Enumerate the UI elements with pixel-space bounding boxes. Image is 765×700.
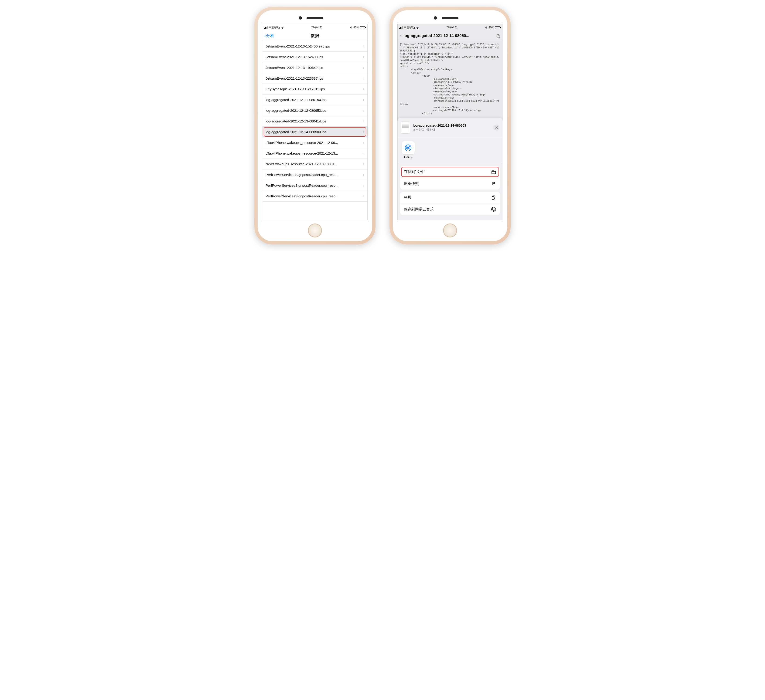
nav-bar: ‹ 分析 数据 [262, 31, 368, 41]
screen-right: 中国移动 下午4:51 ⊙ 80% ‹ log-aggregated-2021-… [397, 24, 503, 220]
action-label: 保存到网易云音乐 [404, 207, 434, 212]
chevron-right-icon: › [363, 140, 364, 145]
list-item[interactable]: log-aggregated-2021-12-13-080414.ips› [262, 116, 368, 127]
back-button[interactable]: ‹ 分析 [264, 33, 274, 38]
airdrop-label: AirDrop [401, 156, 416, 159]
list-item-label: KeySyncTopic-2021-12-11-212019.ips [266, 87, 363, 91]
close-button[interactable]: ✕ [493, 124, 499, 130]
list-item[interactable]: PerfPowerServicesSignpostReader.cpu_reso… [262, 191, 368, 202]
action-label: 网页快照 [404, 181, 419, 186]
list-item[interactable]: JetsamEvent-2021-12-13-223337.ips› [262, 73, 368, 84]
nav-bar: ‹ log-aggregated-2021-12-14-08050... [397, 31, 503, 41]
list-item-label: PerfPowerServicesSignpostReader.cpu_reso… [266, 173, 363, 177]
status-time: 下午4:51 [312, 26, 323, 30]
list-item-label: LTao4iPhone.wakeups_resource-2021-12-13.… [266, 151, 363, 155]
front-camera [299, 16, 302, 20]
wifi-icon [416, 26, 419, 29]
home-button[interactable] [308, 223, 322, 237]
share-sheet: log-aggregated-2021-12-14-080503 文本文稿 · … [397, 118, 503, 220]
carrier-label: 中国移动 [269, 26, 280, 30]
back-label: 分析 [266, 33, 274, 38]
status-time: 下午4:51 [447, 26, 458, 30]
chevron-right-icon: › [363, 172, 364, 177]
close-icon: ✕ [495, 126, 498, 130]
phone-right: 中国移动 下午4:51 ⊙ 80% ‹ log-aggregated-2021-… [389, 7, 511, 245]
action-label: 拷贝 [404, 195, 411, 200]
list-item[interactable]: LTao4iPhone.wakeups_resource-2021-12-13.… [262, 148, 368, 159]
list-item-label: log-aggregated-2021-12-12-080653.ips [266, 108, 363, 113]
log-text[interactable]: {"timestamp":"2021-12-14 08:05:03.16 +08… [397, 41, 503, 117]
chevron-right-icon: › [363, 183, 364, 188]
orientation-lock-icon: ⊙ [485, 26, 488, 29]
chevron-right-icon: › [363, 129, 364, 134]
chevron-right-icon: › [363, 44, 364, 49]
folder-icon [491, 170, 496, 174]
list-item[interactable]: JetsamEvent-2021-12-13-190642.ips› [262, 63, 368, 73]
list-item[interactable]: JetsamEvent-2021-12-13-152400.976.ips› [262, 41, 368, 52]
share-button[interactable] [496, 33, 501, 38]
front-camera [434, 16, 437, 20]
list-item[interactable]: log-aggregated-2021-12-14-080503.ips› [262, 127, 368, 137]
list-item[interactable]: PerfPowerServicesSignpostReader.cpu_reso… [262, 170, 368, 180]
speaker-slot [307, 17, 323, 19]
carrier-label: 中国移动 [404, 26, 415, 30]
file-thumbnail-icon [401, 121, 410, 133]
chevron-right-icon: › [363, 65, 364, 70]
back-button[interactable]: ‹ [399, 33, 401, 39]
list-item-label: log-aggregated-2021-12-13-080414.ips [266, 119, 363, 123]
nav-title: 数据 [311, 33, 319, 38]
app-p-icon: P [491, 181, 496, 186]
content-area: {"timestamp":"2021-12-14 08:05:03.16 +08… [397, 41, 503, 220]
svg-rect-6 [492, 196, 494, 199]
list-item-label: log-aggregated-2021-12-14-080503.ips [266, 130, 363, 134]
list-item-label: JetsamEvent-2021-12-13-152400.ips [266, 55, 363, 59]
home-button[interactable] [443, 223, 457, 237]
list-item-label: JetsamEvent-2021-12-13-190642.ips [266, 66, 363, 70]
list-item-label: JetsamEvent-2021-12-13-152400.976.ips [266, 44, 363, 48]
action-label: 存储到"文件" [404, 170, 425, 174]
save-to-files-action[interactable]: 存储到"文件" [400, 166, 500, 178]
screen-left: 中国移动 下午4:51 ⊙ 80% ‹ 分析 [262, 24, 368, 220]
signal-icon [399, 26, 403, 29]
chevron-right-icon: › [363, 194, 364, 199]
list-item[interactable]: JetsamEvent-2021-12-13-152400.ips› [262, 52, 368, 63]
chevron-right-icon: › [363, 97, 364, 102]
sheet-header: log-aggregated-2021-12-14-080503 文本文稿 · … [397, 121, 503, 137]
copy-action[interactable]: 拷贝 [400, 192, 500, 204]
list-item[interactable]: News.wakeups_resource-2021-12-13-19331..… [262, 159, 368, 170]
list-item-label: PerfPowerServicesSignpostReader.cpu_reso… [266, 194, 363, 198]
battery-icon [360, 26, 366, 29]
data-list[interactable]: JetsamEvent-2021-12-13-152400.976.ips›Je… [262, 41, 368, 220]
list-item[interactable]: log-aggregated-2021-12-11-080154.ips› [262, 94, 368, 105]
phone-left: 中国移动 下午4:51 ⊙ 80% ‹ 分析 [254, 7, 376, 245]
orientation-lock-icon: ⊙ [350, 26, 353, 29]
status-bar: 中国移动 下午4:51 ⊙ 80% [262, 24, 368, 31]
airdrop-option[interactable]: AirDrop [401, 141, 416, 159]
wifi-icon [281, 26, 284, 29]
chevron-right-icon: › [363, 162, 364, 166]
battery-percent: 80% [488, 26, 494, 29]
airdrop-icon [401, 141, 415, 154]
nav-title: log-aggregated-2021-12-14-08050... [403, 33, 496, 38]
save-to-netease-action[interactable]: 保存到网易云音乐 [400, 204, 500, 215]
list-item-label: log-aggregated-2021-12-11-080154.ips [266, 98, 363, 102]
chevron-right-icon: › [363, 76, 364, 81]
speaker-slot [442, 17, 458, 19]
web-snapshot-action[interactable]: 网页快照 P [400, 178, 500, 190]
chevron-right-icon: › [363, 55, 364, 60]
signal-icon [264, 26, 268, 29]
chevron-right-icon: › [363, 151, 364, 156]
status-bar: 中国移动 下午4:51 ⊙ 80% [397, 24, 503, 31]
list-item-label: News.wakeups_resource-2021-12-13-19331..… [266, 162, 363, 166]
list-item-label: LTao4iPhone.wakeups_resource-2021-12-09.… [266, 141, 363, 144]
list-item[interactable]: LTao4iPhone.wakeups_resource-2021-12-09.… [262, 137, 368, 148]
list-item[interactable]: PerfPowerServicesSignpostReader.cpu_reso… [262, 180, 368, 191]
chevron-right-icon: › [363, 119, 364, 124]
sheet-file-title: log-aggregated-2021-12-14-080503 [413, 124, 491, 127]
list-item-label: PerfPowerServicesSignpostReader.cpu_reso… [266, 184, 363, 187]
list-item[interactable]: KeySyncTopic-2021-12-11-212019.ips› [262, 84, 368, 94]
share-apps-row: AirDrop [397, 137, 503, 164]
chevron-right-icon: › [363, 108, 364, 113]
list-item[interactable]: log-aggregated-2021-12-12-080653.ips› [262, 105, 368, 116]
svg-point-7 [491, 207, 496, 211]
